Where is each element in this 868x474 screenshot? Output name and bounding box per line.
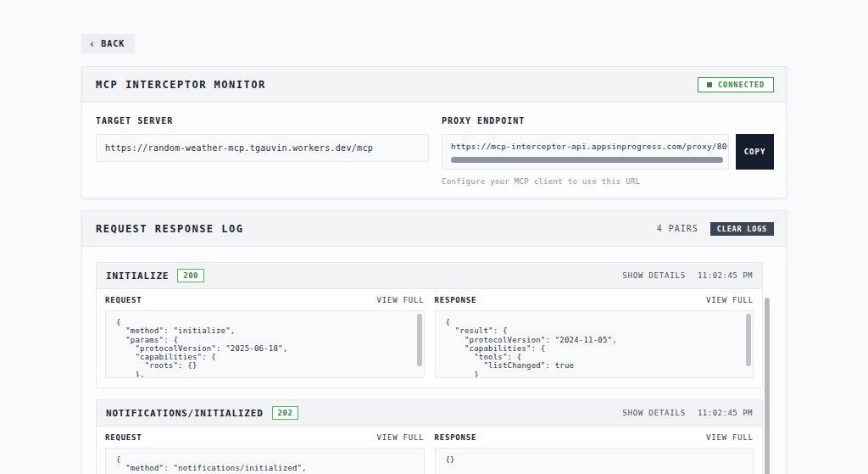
- log-card-title: REQUEST RESPONSE LOG: [96, 223, 244, 235]
- copy-button[interactable]: COPY: [736, 134, 774, 170]
- request-label: REQUEST: [105, 433, 142, 442]
- response-pane: RESPONSE VIEW FULL {}: [435, 433, 754, 474]
- proxy-endpoint-label: PROXY ENDPOINT: [442, 116, 774, 125]
- response-label: RESPONSE: [435, 433, 477, 442]
- response-pane: RESPONSE VIEW FULL { "result": { "protoc…: [435, 296, 754, 378]
- view-full-response-link[interactable]: VIEW FULL: [706, 296, 754, 304]
- log-list-scrollbar[interactable]: [765, 298, 770, 474]
- proxy-endpoint-hint: Configure your MCP client to use this UR…: [442, 177, 774, 186]
- proxy-url-horizontal-scrollbar[interactable]: [451, 157, 723, 163]
- entry-method: INITIALIZE: [106, 270, 169, 282]
- show-details-link[interactable]: SHOW DETAILS: [622, 409, 686, 417]
- request-pane: REQUEST VIEW FULL { "method": "initializ…: [105, 296, 425, 378]
- log-card: REQUEST RESPONSE LOG 4 PAIRS CLEAR LOGS …: [81, 210, 787, 474]
- target-server-section: TARGET SERVER https://random-weather-mcp…: [96, 116, 429, 186]
- status-code-badge: 202: [272, 406, 299, 420]
- clear-logs-button[interactable]: CLEAR LOGS: [710, 222, 774, 236]
- view-full-request-link[interactable]: VIEW FULL: [377, 433, 425, 442]
- status-code-badge: 200: [177, 269, 204, 282]
- request-json: { "method": "notifications/initialized",…: [116, 455, 414, 474]
- response-json-scrollbar[interactable]: [746, 314, 751, 366]
- entry-timestamp: 11:02:45 PM: [698, 409, 753, 417]
- request-json-box[interactable]: { "method": "notifications/initialized",…: [105, 448, 425, 474]
- monitor-card-title: MCP INTERCEPTOR MONITOR: [96, 79, 266, 91]
- log-list: INITIALIZE 200 SHOW DETAILS 11:02:45 PM …: [82, 247, 786, 474]
- view-full-request-link[interactable]: VIEW FULL: [377, 296, 425, 304]
- log-entry: NOTIFICATIONS/INITIALIZED 202 SHOW DETAI…: [96, 399, 763, 474]
- request-json: { "method": "initialize", "params": { "p…: [116, 318, 414, 378]
- request-label: REQUEST: [105, 296, 142, 304]
- response-json: {}: [446, 455, 743, 464]
- response-json-box[interactable]: {}: [435, 448, 754, 474]
- proxy-endpoint-url: https://mcp-interceptor-api.appsinprogre…: [451, 142, 720, 151]
- entry-method: NOTIFICATIONS/INITIALIZED: [106, 408, 264, 419]
- target-server-label: TARGET SERVER: [96, 116, 429, 125]
- monitor-card-header: MCP INTERCEPTOR MONITOR CONNECTED: [82, 67, 786, 103]
- status-badge-label: CONNECTED: [718, 81, 765, 89]
- chevron-left-icon: ‹: [89, 39, 96, 49]
- response-label: RESPONSE: [435, 296, 477, 304]
- response-json-box[interactable]: { "result": { "protocolVersion": "2024-1…: [435, 310, 754, 378]
- proxy-endpoint-section: PROXY ENDPOINT https://mcp-interceptor-a…: [442, 116, 774, 186]
- view-full-response-link[interactable]: VIEW FULL: [706, 433, 754, 442]
- monitor-card: MCP INTERCEPTOR MONITOR CONNECTED TARGET…: [81, 66, 787, 198]
- back-button-label: BACK: [101, 39, 125, 48]
- response-json: { "result": { "protocolVersion": "2024-1…: [446, 318, 743, 378]
- page: ‹ BACK MCP INTERCEPTOR MONITOR CONNECTED…: [0, 0, 868, 474]
- request-json-scrollbar[interactable]: [417, 314, 422, 366]
- request-json-box[interactable]: { "method": "initialize", "params": { "p…: [105, 310, 425, 378]
- show-details-link[interactable]: SHOW DETAILS: [622, 271, 686, 280]
- log-card-header: REQUEST RESPONSE LOG 4 PAIRS CLEAR LOGS: [82, 211, 786, 247]
- pairs-count: 4 PAIRS: [657, 224, 698, 233]
- target-server-value: https://random-weather-mcp.tgauvin.worke…: [96, 134, 429, 162]
- entry-timestamp: 11:02:45 PM: [698, 271, 753, 280]
- monitor-card-body: TARGET SERVER https://random-weather-mcp…: [82, 103, 786, 198]
- status-dot-icon: [707, 82, 712, 87]
- back-button[interactable]: ‹ BACK: [81, 34, 135, 53]
- log-entry: INITIALIZE 200 SHOW DETAILS 11:02:45 PM …: [96, 262, 763, 388]
- log-entry-header[interactable]: INITIALIZE 200 SHOW DETAILS 11:02:45 PM: [97, 263, 762, 289]
- log-entry-header[interactable]: NOTIFICATIONS/INITIALIZED 202 SHOW DETAI…: [97, 400, 762, 427]
- request-pane: REQUEST VIEW FULL { "method": "notificat…: [105, 433, 425, 474]
- connection-status-badge: CONNECTED: [698, 77, 774, 92]
- proxy-endpoint-value-box[interactable]: https://mcp-interceptor-api.appsinprogre…: [442, 134, 729, 170]
